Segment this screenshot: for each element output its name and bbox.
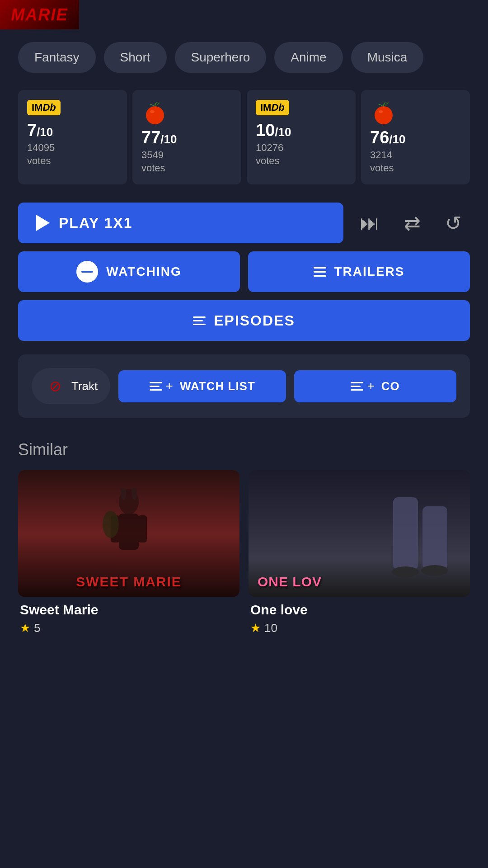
svg-rect-12 [422,506,447,570]
collection-label: CO [381,379,400,393]
trakt-logo-icon: ⊘ [44,375,66,397]
rating-score-2: 77/10 [141,129,177,146]
svg-point-0 [146,106,164,124]
rating-card-imdb-1: IMDb 7/10 14095 votes [18,90,127,184]
rating-num-one-love: 10 [264,621,277,635]
rating-votes-4: 3214 votes [370,149,394,175]
similar-section: Similar [0,427,488,654]
svg-point-10 [103,511,119,538]
refresh-button[interactable]: ↺ [437,207,470,239]
watch-list-button[interactable]: + WATCH LIST [118,370,286,402]
shuffle-icon: ⇄ [404,212,421,235]
hero-image: MARIE [0,0,79,29]
one-love-image-label: ONE LOV [258,574,322,590]
genre-tags-container: Fantasy Short Superhero Anime Musica [0,29,488,85]
genre-tag-short[interactable]: Short [104,42,167,73]
play-icon [36,215,50,231]
genre-tag-anime[interactable]: Anime [274,42,343,73]
play-button[interactable]: PLAY 1X1 [18,203,343,243]
rating-votes-3: 10276 votes [256,142,283,167]
imdb-label-2: IMDb [260,102,285,113]
similar-card-title-one-love: One love [250,602,468,618]
similar-card-one-love[interactable]: ONE LOV One love ★ 10 [249,470,470,641]
svg-point-1 [150,110,155,113]
star-icon-one-love: ★ [250,621,261,635]
similar-card-info-one-love: One love ★ 10 [249,597,470,641]
watching-icon [76,261,98,283]
imdb-badge-1: IMDb [27,100,61,115]
rating-card-tomato-1: 77/10 3549 votes [132,90,241,184]
watch-list-label: WATCH LIST [180,379,255,393]
similar-card-info-sweet-marie: Sweet Marie ★ 5 [18,597,239,641]
play-label: PLAY 1X1 [59,215,133,231]
skip-next-icon: ⏭ [360,212,380,234]
trakt-section: ⊘ Trakt + WATCH LIST + CO [18,354,470,418]
trailers-label: TRAILERS [334,264,405,279]
svg-rect-7 [138,515,147,542]
episodes-label: EPISODES [214,312,295,329]
similar-card-title-sweet-marie: Sweet Marie [20,602,238,618]
tomato-badge-1 [141,100,169,129]
hero-title: MARIE [11,5,68,24]
similar-card-sweet-marie[interactable]: SWEET MARIE Sweet Marie ★ 5 [18,470,239,641]
rating-votes-2: 3549 votes [141,149,165,175]
rating-score-4: 76/10 [370,129,405,146]
svg-rect-5 [119,514,139,550]
similar-card-image-sweet-marie: SWEET MARIE [18,470,239,597]
trakt-label: Trakt [71,379,98,393]
genre-tag-superhero[interactable]: Superhero [175,42,267,73]
trailers-button[interactable]: TRAILERS [248,251,470,292]
rating-num-sweet-marie: 5 [34,621,40,635]
collection-plus-icon: + [351,380,375,392]
svg-point-2 [375,106,393,124]
sweet-marie-image-label: SWEET MARIE [76,574,182,590]
episodes-button[interactable]: EPISODES [18,300,470,341]
rating-votes-1: 14095 votes [27,142,55,167]
similar-card-rating-sweet-marie: ★ 5 [20,621,238,635]
episodes-icon [193,316,206,325]
trailers-icon [314,267,326,277]
svg-point-14 [421,565,448,576]
genre-tag-fantasy[interactable]: Fantasy [18,42,96,73]
rating-card-tomato-2: 76/10 3214 votes [361,90,470,184]
similar-card-rating-one-love: ★ 10 [250,621,468,635]
rating-score-3: 10/10 [256,122,291,139]
similar-cards: SWEET MARIE Sweet Marie ★ 5 [18,470,470,641]
rating-score-1: 7/10 [27,122,53,139]
svg-rect-11 [393,497,418,570]
rating-card-imdb-2: IMDb 10/10 10276 votes [247,90,356,184]
play-row: PLAY 1X1 ⏭ ⇄ ↺ [18,203,470,243]
watching-label: WATCHING [106,264,181,279]
action-buttons: PLAY 1X1 ⏭ ⇄ ↺ WATCHING TRAILERS [0,198,488,345]
watch-list-plus-icon: + [150,380,174,392]
refresh-icon: ↺ [445,212,462,235]
imdb-badge-2: IMDb [256,100,289,115]
similar-title: Similar [18,440,470,459]
collection-button[interactable]: + CO [294,370,456,402]
genre-tag-musical[interactable]: Musica [351,42,424,73]
shuffle-button[interactable]: ⇄ [396,207,429,239]
skip-next-button[interactable]: ⏭ [352,207,388,239]
similar-card-image-one-love: ONE LOV [249,470,470,597]
imdb-label-1: IMDb [32,102,56,113]
watching-trailers-row: WATCHING TRAILERS [18,251,470,292]
svg-point-3 [379,110,383,113]
trakt-button[interactable]: ⊘ Trakt [32,368,110,404]
tomato-badge-2 [370,100,397,129]
star-icon-sweet-marie: ★ [20,621,30,635]
watching-button[interactable]: WATCHING [18,251,240,292]
svg-point-13 [392,566,419,577]
rating-cards: IMDb 7/10 14095 votes 77/10 [0,85,488,198]
